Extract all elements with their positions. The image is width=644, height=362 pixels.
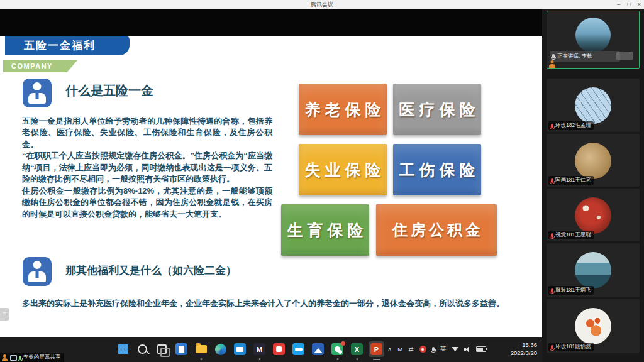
docs-app-button[interactable] — [174, 341, 189, 357]
muted-microphone-icon — [551, 124, 553, 128]
maximize-button[interactable]: □ — [627, 1, 630, 8]
benefit-box-injury: 工伤保险 — [393, 144, 481, 195]
cloud-icon — [292, 343, 304, 355]
section2-body: 多出来的实际上是补充医疗保险和企业年金，企业年金实际上未来会计入了个人的养老金的… — [22, 298, 506, 310]
excel-icon: X — [351, 343, 363, 355]
benefit-box-medical: 医疗保险 — [393, 84, 481, 135]
presentation-slide: 五险一金福利 COMPANY 什么是五险一金 五险一金是指用人单位给予劳动者的几… — [0, 36, 542, 337]
benefit-box-maternity: 生育保险 — [281, 204, 369, 256]
video-tile[interactable]: 环设182毛孟瑾 — [547, 79, 640, 132]
edge-button[interactable] — [213, 341, 228, 357]
participant-name-tag: 环设182毛孟瑾 — [548, 121, 594, 130]
wechat-button[interactable] — [330, 341, 345, 357]
avatar — [575, 308, 611, 344]
powerpoint-button[interactable]: P — [369, 341, 384, 357]
window-title: 腾讯会议 — [0, 0, 644, 9]
muted-microphone-icon — [551, 233, 553, 238]
task-view-icon — [157, 344, 167, 354]
edge-icon — [215, 344, 226, 355]
video-tile[interactable]: 视觉181王思聪 — [547, 189, 640, 241]
muted-microphone-icon — [551, 345, 553, 349]
store-button[interactable] — [232, 341, 248, 357]
meeting-app-button[interactable]: M — [252, 341, 267, 357]
paragraph: 住房公积金一般缴存比例为8%-12%，尤其注意的是，一般能够顶额缴纳住房公积金的… — [22, 185, 272, 220]
participants-panel: 正在讲话: 李钦 环设182毛孟瑾 国画181王仁亮 视觉181王思聪 — [542, 9, 644, 362]
folder-icon — [196, 345, 207, 353]
speaking-label: 正在讲话: 李钦 — [557, 53, 592, 60]
avatar — [575, 197, 611, 234]
ime-indicator[interactable]: 英 — [440, 345, 447, 353]
window-titlebar: 腾讯会议 – □ × — [0, 0, 644, 9]
red-app-icon — [273, 343, 285, 355]
windows-logo-icon — [118, 344, 128, 354]
company-tag: COMPANY — [3, 60, 77, 72]
video-tile-speaker[interactable]: 正在讲话: 李钦 — [547, 11, 640, 69]
microphone-tray-icon[interactable] — [432, 347, 435, 351]
network-switch-icon[interactable]: ⇄ — [408, 346, 413, 353]
participant-name: 视觉181王思聪 — [555, 231, 591, 239]
benefit-box-housing-fund: 住房公积金 — [376, 204, 497, 256]
participant-name-tag: 国画181王仁亮 — [548, 176, 594, 185]
video-tile[interactable]: 国画181王仁亮 — [547, 134, 640, 187]
task-view-button[interactable] — [154, 341, 170, 357]
store-icon — [234, 343, 246, 355]
wechat-icon — [331, 343, 343, 355]
section1-heading: 什么是五险一金 — [65, 82, 153, 99]
start-button[interactable] — [115, 341, 131, 357]
tray-expand-button[interactable]: ∧ — [387, 346, 392, 353]
benefit-box-unemployment: 失业保险 — [299, 144, 387, 195]
docs-app-icon — [175, 343, 187, 355]
video-tile[interactable]: 服装181王炳飞 — [547, 243, 640, 297]
clock-date: 2022/3/20 — [494, 349, 537, 357]
avatar — [575, 143, 611, 179]
search-button[interactable] — [135, 341, 150, 357]
minimize-button[interactable]: – — [617, 1, 620, 8]
participant-name-tag: 环设181殷怡然 — [548, 343, 594, 351]
screen-share-area: 五险一金福利 COMPANY 什么是五险一金 五险一金是指用人单位给予劳动者的几… — [0, 9, 542, 362]
reaction-indicator — [616, 52, 633, 60]
muted-microphone-icon — [551, 288, 553, 293]
benefit-box-pension: 养老保险 — [299, 84, 387, 135]
avatar — [575, 18, 611, 53]
red-app-button[interactable] — [271, 341, 287, 357]
search-icon — [138, 344, 147, 354]
battery-icon[interactable] — [476, 346, 486, 352]
section2-heading: 那其他福利又是什么（如六险二金） — [65, 263, 236, 278]
avatar — [575, 87, 611, 124]
recording-icon[interactable] — [419, 346, 426, 353]
presenter-icon — [1, 354, 8, 361]
volume-icon[interactable] — [464, 346, 470, 353]
video-tile[interactable]: 环设181殷怡然 — [547, 299, 640, 353]
meeting-tray-icon[interactable]: M — [397, 346, 402, 353]
participant-name: 服装181王炳飞 — [555, 287, 591, 294]
taskbar-clock[interactable]: 15:36 2022/3/20 — [494, 341, 537, 358]
businessman-icon — [23, 79, 52, 107]
section1-body: 五险一金是指用人单位给予劳动者的几种保障性待遇的合称，包括养老保险、医疗保险、失… — [22, 116, 272, 220]
microphone-icon — [19, 356, 21, 360]
screen-share-indicator[interactable]: 李钦的屏幕共享 — [0, 353, 64, 362]
participant-name-tag: 视觉181王思聪 — [548, 231, 594, 239]
paragraph: 五险一金是指用人单位给予劳动者的几种保障性待遇的合称，包括养老保险、医疗保险、失… — [22, 116, 272, 150]
desktop: 腾讯会议 – □ × 五险一金福利 COMPANY 什么是五险一金 五险一金是指… — [0, 0, 644, 362]
avatar — [575, 252, 611, 288]
participant-name: 环设182毛孟瑾 — [555, 122, 591, 129]
presenter-icon — [548, 60, 556, 68]
paragraph: “在职职工个人应当按照规定缴存住房公积金。”住房公积金为“应当缴纳“项目，法律上… — [22, 150, 272, 185]
muted-microphone-icon — [551, 178, 553, 183]
wifi-icon[interactable] — [452, 347, 458, 352]
powerpoint-icon: P — [370, 343, 382, 355]
slide-title-badge: 五险一金福利 — [5, 36, 130, 55]
businessman-icon — [23, 257, 52, 286]
meeting-app-icon: M — [253, 343, 265, 355]
file-explorer-button[interactable] — [193, 341, 209, 357]
share-label: 李钦的屏幕共享 — [23, 354, 61, 361]
microphone-icon — [552, 54, 555, 58]
meeting-toolbar-toggle[interactable]: ≡ — [0, 308, 9, 321]
close-button[interactable]: × — [638, 1, 641, 8]
speaking-indicator: 正在讲话: 李钦 — [550, 51, 620, 62]
pictures-app-button[interactable] — [310, 341, 326, 357]
excel-button[interactable]: X — [349, 341, 365, 357]
display-icon — [10, 355, 17, 361]
cloud-drive-button[interactable] — [291, 341, 306, 357]
clock-time: 15:36 — [494, 341, 537, 349]
